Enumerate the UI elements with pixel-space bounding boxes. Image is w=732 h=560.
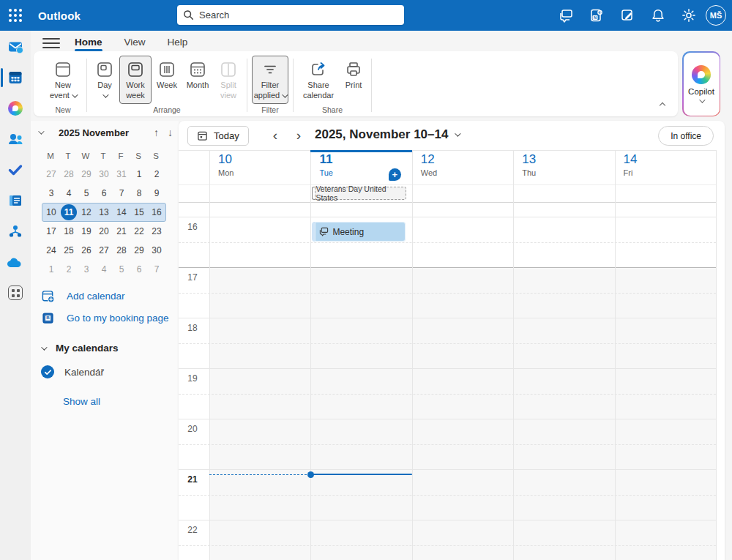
- mini-calendar-day[interactable]: 2: [148, 165, 165, 183]
- mini-calendar-day[interactable]: 11: [61, 204, 77, 220]
- mini-calendar-day[interactable]: 21: [113, 223, 130, 240]
- mini-calendar-day[interactable]: 9: [148, 184, 165, 202]
- booking-page-link[interactable]: B Go to my booking page: [41, 311, 169, 325]
- mini-calendar-day[interactable]: 26: [78, 242, 95, 259]
- day-header-wed[interactable]: 12 Wed: [412, 150, 513, 184]
- new-event-button[interactable]: New event: [44, 56, 82, 104]
- mini-calendar-day[interactable]: 24: [42, 242, 60, 259]
- rail-newsletters-button[interactable]: [0, 192, 31, 209]
- calendar-checked-icon[interactable]: [41, 365, 54, 378]
- calendar-list-item[interactable]: Kalendář: [41, 365, 104, 378]
- today-button[interactable]: Today: [187, 126, 249, 146]
- day-header-mon[interactable]: 10 Mon: [209, 150, 310, 184]
- rail-todo-button[interactable]: [0, 161, 31, 179]
- mini-calendar-day[interactable]: 3: [42, 184, 60, 202]
- mini-calendar-next-button[interactable]: ↓: [168, 127, 173, 138]
- mini-calendar-day[interactable]: 1: [130, 165, 148, 183]
- group-label-filter: Filter: [261, 104, 278, 117]
- rail-calendar-button[interactable]: [0, 69, 31, 86]
- mini-calendar-day[interactable]: 20: [95, 223, 113, 240]
- collapse-mini-calendar-icon[interactable]: [38, 128, 44, 134]
- day-header-thu[interactable]: 13 Thu: [513, 150, 614, 184]
- mini-calendar-day[interactable]: 5: [78, 184, 95, 202]
- mini-calendar-day[interactable]: 3: [78, 261, 95, 278]
- chat-icon[interactable]: [558, 7, 574, 23]
- mini-calendar-day[interactable]: 27: [42, 165, 60, 183]
- notes-icon[interactable]: [619, 7, 635, 23]
- mini-calendar-day[interactable]: 16: [148, 204, 165, 221]
- mini-calendar-day[interactable]: 14: [113, 204, 130, 221]
- all-day-event-veterans-day[interactable]: Veterans Day United States: [315, 187, 406, 200]
- mini-calendar-day[interactable]: 29: [130, 242, 148, 259]
- mini-calendar-day[interactable]: 6: [130, 261, 148, 278]
- mini-calendar-day[interactable]: 2: [60, 261, 78, 278]
- mini-calendar-day[interactable]: 22: [130, 223, 148, 240]
- mini-calendar-day[interactable]: 15: [130, 204, 148, 221]
- mini-calendar-day[interactable]: 1: [42, 261, 60, 278]
- settings-icon[interactable]: [681, 7, 697, 23]
- mini-calendar-day[interactable]: 17: [42, 223, 60, 240]
- next-week-button[interactable]: ›: [290, 127, 307, 144]
- mini-calendar-day[interactable]: 6: [95, 184, 113, 202]
- in-office-button[interactable]: In office: [658, 126, 714, 146]
- brand-title: Outlook: [38, 10, 81, 22]
- rail-people-button[interactable]: [0, 130, 31, 148]
- location-pin-add-button[interactable]: +: [389, 168, 401, 181]
- rail-onedrive-button[interactable]: [0, 253, 31, 271]
- mini-calendar-day[interactable]: 23: [148, 223, 165, 240]
- day-header-fri[interactable]: 14 Fri: [615, 150, 716, 184]
- onenote-feed-icon[interactable]: N: [589, 7, 605, 23]
- day-number: 14: [624, 152, 638, 167]
- add-calendar-link[interactable]: Add calendar: [41, 289, 125, 303]
- mini-calendar-day[interactable]: 7: [148, 261, 165, 278]
- show-all-link[interactable]: Show all: [63, 396, 100, 407]
- mini-calendar-day[interactable]: 10: [42, 204, 60, 221]
- work-week-view-button[interactable]: Work week: [119, 56, 152, 104]
- mini-calendar-weekday-row: MTWTFSS: [42, 147, 166, 165]
- app-rail: [0, 31, 31, 560]
- mini-calendar-day[interactable]: 18: [60, 223, 78, 240]
- month-view-button[interactable]: Month: [182, 56, 213, 104]
- mini-calendar-day[interactable]: 25: [60, 242, 78, 259]
- filter-applied-button[interactable]: Filter applied: [252, 56, 288, 104]
- day-view-button[interactable]: Day: [92, 56, 118, 104]
- mini-calendar-day[interactable]: 30: [95, 165, 113, 183]
- rail-groups-button[interactable]: [0, 223, 31, 240]
- rail-more-apps-button[interactable]: [0, 284, 31, 302]
- mini-calendar-day[interactable]: 31: [113, 165, 130, 183]
- copilot-button[interactable]: Copilot: [682, 51, 720, 116]
- mini-calendar-day[interactable]: 7: [113, 184, 130, 202]
- mini-calendar-day[interactable]: 5: [113, 261, 130, 278]
- mini-calendar-title[interactable]: 2025 November: [59, 127, 129, 138]
- today-indicator-bar: [310, 150, 411, 152]
- event-meeting[interactable]: Meeting: [312, 222, 405, 242]
- share-calendar-button[interactable]: Share calendar: [298, 56, 339, 104]
- print-button[interactable]: Print: [340, 56, 367, 104]
- mini-calendar-day[interactable]: 19: [78, 223, 95, 240]
- week-view-button[interactable]: Week: [153, 56, 181, 104]
- mini-calendar-day[interactable]: 28: [60, 165, 78, 183]
- mini-calendar-prev-button[interactable]: ↑: [154, 127, 159, 138]
- mini-calendar-day[interactable]: 30: [148, 242, 165, 259]
- mini-calendar-day[interactable]: 13: [95, 204, 113, 221]
- account-avatar[interactable]: MŠ: [706, 5, 726, 26]
- mini-calendar-day[interactable]: 27: [95, 242, 113, 259]
- ribbon-collapse-button[interactable]: [660, 102, 665, 108]
- search-input[interactable]: Search: [177, 5, 404, 25]
- date-range-title[interactable]: 2025, November 10–14: [315, 127, 459, 142]
- mini-calendar-day[interactable]: 29: [78, 165, 95, 183]
- day-view-icon: [95, 60, 114, 79]
- mini-calendar-day[interactable]: 12: [78, 204, 95, 221]
- day-number: 10: [218, 152, 232, 167]
- rail-mail-button[interactable]: [0, 38, 31, 56]
- mini-calendar-day[interactable]: 4: [95, 261, 113, 278]
- my-calendars-header[interactable]: My calendars: [41, 343, 119, 354]
- mini-calendar-day[interactable]: 8: [130, 184, 148, 202]
- rail-copilot-button[interactable]: [0, 100, 31, 117]
- previous-week-button[interactable]: ‹: [266, 127, 284, 144]
- mini-calendar-day[interactable]: 4: [60, 184, 78, 202]
- app-launcher-button[interactable]: [0, 0, 31, 31]
- menu-toggle-button[interactable]: [42, 36, 60, 51]
- mini-calendar-day[interactable]: 28: [113, 242, 130, 259]
- notifications-icon[interactable]: [650, 7, 666, 23]
